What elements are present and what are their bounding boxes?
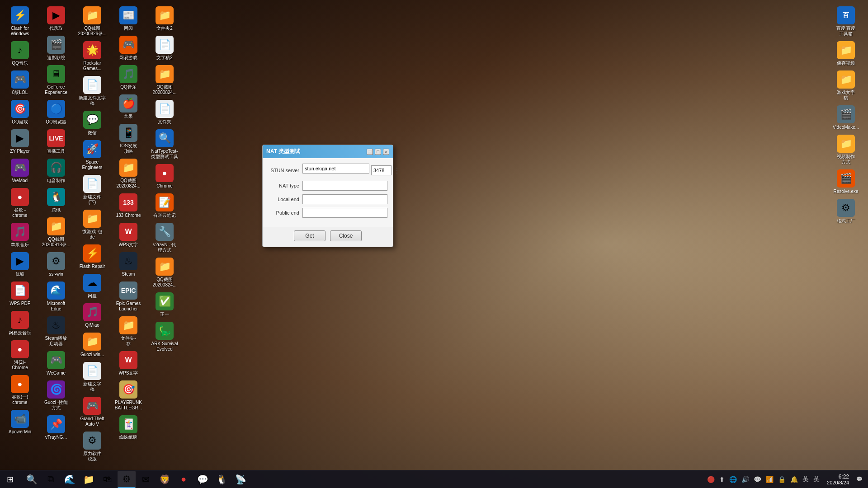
desktop-icon-zhengyi[interactable]: ✅ 正一	[147, 291, 182, 319]
taskbar-store[interactable]: 🛍	[99, 471, 117, 488]
desktop-icon-steam[interactable]: ♨ Steam	[111, 250, 146, 279]
local-end-input[interactable]	[302, 194, 387, 204]
desktop-icon-electric-music[interactable]: 🎧 电音制作	[38, 157, 74, 185]
desktop-icon-apple2[interactable]: 🍎 苹果	[111, 93, 146, 121]
desktop-icon-wegame2[interactable]: 📁 微游戏-包de	[75, 208, 110, 242]
desktop-icon-yuanli[interactable]: ⚙ 原力软件校版	[75, 430, 110, 464]
public-end-input[interactable]	[302, 208, 387, 218]
desktop-icon-wenji-txt[interactable]: 📄 文字稿2	[147, 34, 182, 62]
tray-icon-wifi[interactable]: 📶	[764, 475, 775, 484]
desktop-icon-youku[interactable]: ▶ 优酷	[2, 250, 38, 279]
stun-port-input[interactable]	[371, 165, 392, 175]
taskbar-brave[interactable]: 🦁	[156, 471, 174, 488]
desktop-icon-geforce[interactable]: 🖥 GeForceExperience	[38, 63, 74, 97]
taskbar-edge[interactable]: 🌊	[61, 471, 79, 488]
desktop-icon-wps-pdf[interactable]: 📄 WPS PDF	[2, 280, 38, 308]
desktop-icon-flash-repair[interactable]: ⚡ Flash Repair	[75, 243, 110, 271]
desktop-icon-wenzi-fa[interactable]: 📄 文件夹	[147, 98, 182, 127]
desktop-icon-guozi-win[interactable]: 📁 Guozi win...	[75, 331, 110, 359]
desktop-icon-buzhan[interactable]: 🃏 蜘蛛纸牌	[111, 413, 146, 442]
stun-server-input[interactable]	[302, 164, 369, 174]
tray-icon-chat[interactable]: 💬	[752, 475, 763, 484]
tray-icon-4[interactable]: 🔔	[788, 475, 800, 484]
desktop-icon-videomake[interactable]: 🎬 VideoMake...	[828, 103, 863, 132]
tray-icon-security[interactable]: 🔒	[776, 475, 788, 484]
desktop-icon-pubg[interactable]: 🎯 PLAYERUNKBATTLEGR...	[111, 379, 146, 413]
desktop-icon-xinwen2[interactable]: 📄 新建文件(下)	[75, 173, 110, 207]
desktop-icon-gta5[interactable]: 🎮 Grand TheftAuto V	[75, 395, 110, 429]
taskbar-clock[interactable]: 6:22 2020/8/24	[823, 474, 853, 485]
dialog-minimize-btn[interactable]: ─	[367, 149, 373, 155]
desktop-icon-resolve[interactable]: 🎬 Resolve.exe	[828, 168, 863, 196]
taskbar-file[interactable]: 📁	[80, 471, 98, 488]
desktop-icon-live[interactable]: LIVE 直播工具	[38, 127, 74, 156]
desktop-icon-chrome3[interactable]: ● Chrome	[147, 162, 182, 191]
desktop-icon-wangyi[interactable]: 🎮 网易游戏	[111, 34, 146, 62]
desktop-icon-apple-music[interactable]: 🎵 苹果音乐	[2, 221, 38, 249]
notification-button[interactable]: 💬	[854, 475, 864, 483]
stun-spin-icon[interactable]: ⋮	[393, 166, 401, 175]
desktop-icon-wenji[interactable]: 📁 文件夹-存	[111, 314, 146, 348]
taskbar-mail[interactable]: ✉	[137, 471, 155, 488]
taskbar-taskview[interactable]: ⧉	[42, 471, 60, 488]
desktop-icon-chrome1[interactable]: ● 谷歌 -chrome	[2, 186, 38, 220]
tray-lang[interactable]: 英	[801, 474, 811, 484]
desktop-icon-chrome-hk[interactable]: ● 洪(2)-Chrome	[2, 338, 38, 372]
desktop-icon-wenyi[interactable]: 📁 文件夹2	[147, 5, 182, 33]
desktop-icon-qq-browser[interactable]: 🔵 QQ浏览器	[38, 98, 74, 127]
desktop-icon-ark[interactable]: 🦕 ARK SurvivalEvolved	[147, 320, 182, 354]
desktop-icon-dailuqu[interactable]: ▶ 代录取	[38, 5, 74, 33]
desktop-icon-dianying[interactable]: 🎬 迪影影院	[38, 34, 74, 62]
desktop-icon-wegame[interactable]: 🎮 WeGame	[38, 349, 74, 378]
desktop-icon-netease[interactable]: ♪ 网易云音乐	[2, 309, 38, 338]
desktop-icon-baidu-right[interactable]: 百 百度 百度工具箱	[828, 5, 863, 38]
desktop-icon-folder2[interactable]: 📁 视频制作方式	[828, 133, 863, 167]
desktop-icon-qq-shot2[interactable]: 📁 QQ截图20200826录...	[75, 5, 110, 38]
dialog-maximize-btn[interactable]: □	[375, 149, 381, 155]
desktop-icon-netdisk[interactable]: ☁ 网盘	[75, 272, 110, 300]
taskbar-obs[interactable]: 📡	[231, 471, 250, 488]
desktop-icon-chrome2[interactable]: ● 谷歌(一)chrome	[2, 373, 38, 407]
desktop-icon-video-folder[interactable]: 📁 游戏文字稿	[828, 69, 863, 103]
desktop-icon-qq-game[interactable]: 🎯 QQ游戏	[2, 98, 38, 127]
desktop-icon-qq-shot4[interactable]: 📁 QQ截图20200824...	[147, 63, 182, 97]
desktop-icon-qq-shot3[interactable]: 📁 QQ截图20200824...	[111, 157, 146, 191]
desktop-icon-new-text[interactable]: 📄 新建文字稿	[75, 360, 110, 394]
desktop-icon-wemod[interactable]: 🎮 WeMod	[2, 157, 38, 185]
tray-icon-network[interactable]: 🌐	[727, 475, 739, 484]
desktop-icon-qq-music2[interactable]: 🎵 QQ音乐	[111, 63, 146, 92]
tray-icon-1[interactable]: 🔴	[705, 475, 717, 484]
desktop-icon-epic[interactable]: EPIC Epic GamesLauncher	[111, 280, 146, 314]
desktop-icon-qq-music[interactable]: ♪ QQ音乐	[2, 39, 38, 68]
desktop-icon-apowermin[interactable]: 📹 ApowerMin	[2, 408, 38, 436]
tray-icon-volume[interactable]: 🔊	[740, 475, 751, 484]
desktop-icon-xinwen[interactable]: 📄 新建文件文字稿	[75, 74, 110, 108]
tray-icon-5[interactable]: 英	[811, 474, 821, 484]
taskbar-chrome-tb[interactable]: ●	[175, 471, 193, 488]
desktop-icon-vtray[interactable]: 📌 vTrayNG...	[38, 413, 74, 442]
desktop-icon-wangyue[interactable]: 📰 网阅	[111, 5, 146, 33]
desktop-icon-rockstar[interactable]: 🌟 RockstarGames...	[75, 39, 110, 73]
desktop-icon-ssr[interactable]: ⚙ ssr-win	[38, 250, 74, 279]
close-button[interactable]: Close	[330, 230, 362, 241]
desktop-icon-edge[interactable]: 🌊 MicrosoftEdge	[38, 280, 74, 314]
desktop-icon-wps-word[interactable]: W WPS文字	[111, 349, 146, 378]
desktop-icon-wechat[interactable]: 💬 微信	[75, 109, 110, 137]
taskbar-wechat-tb[interactable]: 💬	[193, 471, 212, 488]
desktop-icon-guozi[interactable]: 🌀 Guozi -性能方式	[38, 379, 74, 413]
desktop-icon-format[interactable]: ⚙ 格式工厂	[828, 197, 863, 225]
desktop-icon-steam-launch[interactable]: ♨ Steam播放启动器	[38, 314, 74, 348]
desktop-icon-wps-text[interactable]: W WPS文字	[111, 221, 146, 249]
desktop-icon-youdao[interactable]: 📝 有道云笔记	[147, 192, 182, 220]
desktop-icon-qqtube[interactable]: 📁 QQ截图20200824...	[147, 256, 182, 290]
desktop-icon-v2rayn[interactable]: 🔧 v2rayN - 代理方式	[147, 221, 182, 255]
taskbar-qq-tb[interactable]: 🐧	[212, 471, 231, 488]
desktop-icon-tencent[interactable]: 🐧 腾讯	[38, 186, 74, 215]
desktop-icon-qimiao[interactable]: 🎵 QiMiao	[75, 301, 110, 330]
taskbar-nat-active[interactable]: ⚙	[118, 471, 136, 488]
start-button[interactable]: ⊞	[0, 470, 20, 488]
get-button[interactable]: Get	[294, 230, 326, 241]
tray-icon-2[interactable]: ⬆	[717, 475, 726, 484]
taskbar-search[interactable]: 🔍	[23, 471, 41, 488]
nat-type-input[interactable]	[302, 181, 387, 191]
